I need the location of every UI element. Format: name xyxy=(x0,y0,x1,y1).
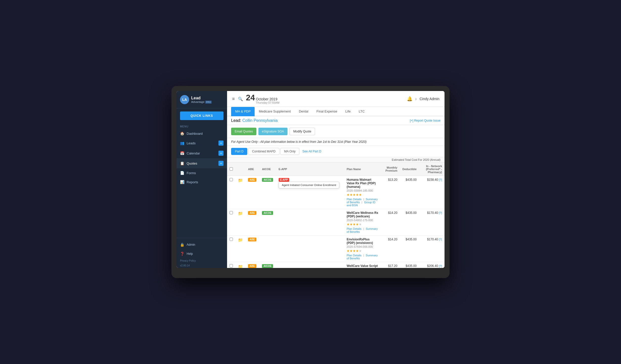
row1-in-network: $158.40 [?] xyxy=(419,176,445,209)
row3-eapp-cell xyxy=(276,236,344,262)
tab-medicare-supplement[interactable]: Medicare Supplement xyxy=(255,107,295,116)
see-all-part-d-link[interactable]: See All Part D xyxy=(300,148,323,155)
row3-abe-cell: ABE xyxy=(246,236,259,262)
row3-checkbox[interactable] xyxy=(230,238,233,241)
header-day: 24 xyxy=(246,94,255,102)
row2-question-mark[interactable]: [?] xyxy=(439,211,442,214)
row3-folder-icon[interactable]: 📁 xyxy=(238,238,243,242)
logo-initial: LA xyxy=(182,98,187,102)
row2-abe-badge: ABE xyxy=(248,211,256,215)
tab-final-expense[interactable]: Final Expense xyxy=(312,107,341,116)
row3-abe-badge: ABE xyxy=(248,238,256,241)
sidebar-item-quotes[interactable]: 📋 Quotes + xyxy=(176,158,227,168)
row1-eapp-badge[interactable]: E-APP xyxy=(279,178,290,182)
row1-eapp-cell: E-APP Agent Initiated Consumer Online En… xyxy=(276,176,344,209)
col-checkbox xyxy=(227,163,235,176)
row4-folder-cell: 📁 xyxy=(235,262,246,268)
header: ≡ 🔍 24 October 2019 Thursday 07:55AM 🔔 ›… xyxy=(227,91,445,107)
row3-checkbox-cell xyxy=(227,236,235,262)
row1-checkbox[interactable] xyxy=(230,178,233,181)
bell-icon[interactable]: 🔔 xyxy=(407,96,412,102)
sidebar-item-dashboard[interactable]: 🏠 Dashboard xyxy=(176,129,227,138)
row2-plan-id: 2020-S4802-175-000 xyxy=(347,219,378,222)
row4-aicoe-badge: AICOE xyxy=(262,264,273,268)
row1-question-mark[interactable]: [?] xyxy=(439,178,442,181)
row3-plan-links: Plan Details | Summary of Benefits xyxy=(347,254,378,260)
sidebar-item-reports[interactable]: 📊 Reports xyxy=(176,177,227,187)
calendar-plus-button[interactable]: + xyxy=(218,151,224,156)
select-all-checkbox[interactable] xyxy=(230,167,233,171)
privacy-policy-link[interactable]: Privacy Policy xyxy=(176,258,227,263)
menu-icon[interactable]: ≡ xyxy=(232,96,235,102)
leads-icon: 👥 xyxy=(180,141,185,145)
chevron-right-icon: › xyxy=(415,97,417,101)
row4-aicoe-cell: AICOE xyxy=(259,262,276,268)
sub-tab-ma-only[interactable]: MA Only xyxy=(280,148,299,155)
quotes-plus-button[interactable]: + xyxy=(218,161,224,166)
row2-eapp-cell xyxy=(276,209,344,236)
row4-folder-icon[interactable]: 📁 xyxy=(238,264,243,268)
table-row: 📁 ABE AICOE WellCare Wellness Rx (PDP) (… xyxy=(227,209,445,236)
tab-ltc[interactable]: LTC xyxy=(355,107,369,116)
sidebar-item-label: Help xyxy=(187,252,193,256)
screen: LA Lead Advantage PRO QUICK LINKS MENU 🏠… xyxy=(176,91,445,268)
row4-question-mark[interactable]: [?] xyxy=(439,264,442,267)
row1-checkbox-cell xyxy=(227,176,235,209)
row2-stars: ★★★★★ xyxy=(347,222,378,226)
tab-dental[interactable]: Dental xyxy=(295,107,313,116)
row2-plan-details-link[interactable]: Plan Details xyxy=(347,227,362,230)
row2-deductible: $435.00 xyxy=(400,209,419,236)
leads-plus-button[interactable]: + xyxy=(218,141,224,146)
table-row: 📁 ABE AICOE E-APP Agent Initiated Consum… xyxy=(227,176,445,209)
sidebar-item-label: Dashboard xyxy=(187,132,203,135)
sub-tab-part-d[interactable]: Part D xyxy=(231,148,247,155)
row2-monthly-premium: $14.20 xyxy=(381,209,400,236)
row4-checkbox[interactable] xyxy=(230,264,233,267)
menu-label: MENU xyxy=(176,123,227,129)
sep: | xyxy=(363,198,365,201)
quick-links-button[interactable]: QUICK LINKS xyxy=(180,111,224,120)
col-abe: ABE xyxy=(246,163,259,176)
sidebar-item-calendar[interactable]: 📅 Calendar + xyxy=(176,148,227,158)
row1-folder-icon[interactable]: 📁 xyxy=(238,178,243,183)
report-quote-issue-link[interactable]: [+] Report Quote Issue xyxy=(410,119,440,122)
row2-folder-icon[interactable]: 📁 xyxy=(238,211,243,216)
row2-folder-cell: 📁 xyxy=(235,209,246,236)
row1-deductible: $435.00 xyxy=(400,176,419,209)
user-name[interactable]: Cindy Admin xyxy=(419,97,439,101)
email-quotes-button[interactable]: Email Quotes xyxy=(231,128,256,135)
tab-life[interactable]: Life xyxy=(341,107,355,116)
logo-advantage: Advantage PRO xyxy=(191,100,212,104)
row1-abe-cell: ABE xyxy=(246,176,259,209)
row3-question-mark[interactable]: [?] xyxy=(439,238,442,241)
main-content: ≡ 🔍 24 October 2019 Thursday 07:55AM 🔔 ›… xyxy=(227,91,445,268)
row2-in-network: $170.40 [?] xyxy=(419,209,445,236)
search-icon[interactable]: 🔍 xyxy=(238,97,243,101)
row3-plan-details-link[interactable]: Plan Details xyxy=(347,254,362,257)
sidebar-item-label: Calendar xyxy=(187,151,200,155)
row2-checkbox-cell xyxy=(227,209,235,236)
sidebar-item-admin[interactable]: 🔒 Admin xyxy=(176,240,227,249)
sidebar-item-leads[interactable]: 👥 Leads + xyxy=(176,138,227,148)
sidebar-item-help[interactable]: ❓ Help xyxy=(176,249,227,258)
lead-text-label: Lead: xyxy=(231,118,241,123)
sidebar-item-forms[interactable]: 📄 Forms xyxy=(176,168,227,177)
lead-name-link[interactable]: Collin Pennsylvania xyxy=(242,118,278,123)
row4-plan-cell: WellCare Value Script (PDP) (wellcare) 2… xyxy=(344,262,381,268)
row1-plan-details-link[interactable]: Plan Details xyxy=(347,198,362,201)
header-time: Thursday 07:55AM xyxy=(256,101,279,104)
sidebar-item-label: Quotes xyxy=(187,162,197,165)
row2-checkbox[interactable] xyxy=(230,211,233,214)
col-aicoe: AICOE xyxy=(259,163,276,176)
col-plan-name: Plan Name xyxy=(344,163,381,176)
col-eapp: E-APP xyxy=(276,163,344,176)
sidebar-item-label: Leads xyxy=(187,141,195,145)
logo-icon: LA xyxy=(180,95,189,104)
dashboard-icon: 🏠 xyxy=(180,131,185,135)
tab-ma-pdp[interactable]: MA & PDP xyxy=(231,107,255,116)
esignature-soa-button[interactable]: eSignature SOA xyxy=(258,128,287,135)
sub-tab-combined-mapd[interactable]: Combined MAPD xyxy=(248,148,279,155)
lead-bar: Lead: Collin Pennsylvania [+] Report Quo… xyxy=(227,116,445,125)
row1-plan-name: Humana Walmart Value Rx Plan (PDP) (huma… xyxy=(347,178,378,189)
modify-quote-button[interactable]: Modify Quote xyxy=(290,128,315,135)
